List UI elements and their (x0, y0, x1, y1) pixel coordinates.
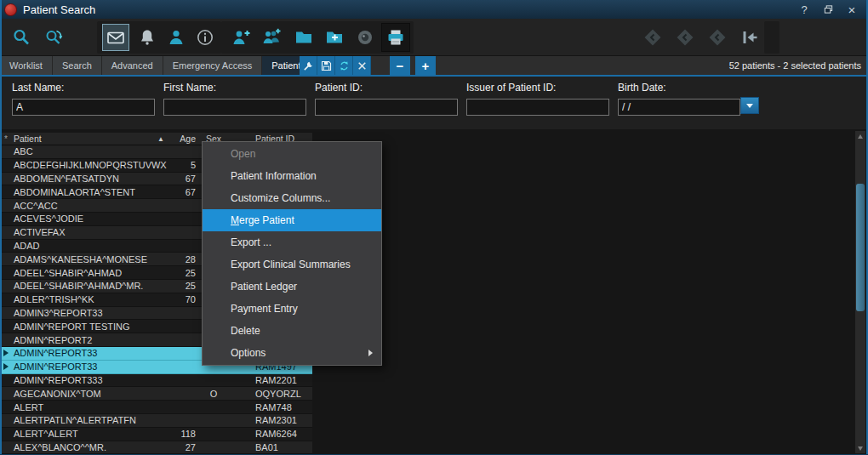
field-label-birth-date: Birth Date: (618, 82, 740, 94)
plus-icon: + (422, 60, 430, 72)
info-button[interactable] (191, 23, 220, 52)
nav-diamond-2-button[interactable] (671, 23, 700, 52)
first-name-input[interactable] (163, 99, 306, 116)
patient-name: ABCDEFGHIJKLMNOPQRSTUVWXYZ12345... (12, 160, 167, 170)
context-menu-item-options[interactable]: Options (203, 342, 381, 364)
bell-icon (137, 27, 157, 48)
field-label-patient-id: Patient ID: (315, 82, 458, 94)
clear-button[interactable] (353, 56, 371, 75)
context-menu-item-customize-columns[interactable]: Customize Columns... (203, 187, 381, 209)
restore-icon (823, 4, 834, 14)
nav-diamond-icon (642, 27, 663, 48)
birth-date-input[interactable] (618, 99, 740, 116)
bell-button[interactable] (133, 23, 162, 52)
mail-button[interactable] (102, 24, 129, 51)
close-button[interactable]: × (844, 3, 859, 16)
scroll-up-button[interactable] (855, 131, 865, 141)
table-row[interactable]: ADMIN^REPORT333RAM2201 (0, 374, 312, 388)
help-icon: ? (801, 3, 807, 16)
tab-search[interactable]: Search (53, 56, 102, 75)
birth-date-dropdown-button[interactable] (740, 97, 759, 114)
tab-advanced[interactable]: Advanced (102, 56, 163, 75)
search-button[interactable] (7, 23, 36, 52)
issuer-of-patient-id-input[interactable] (466, 99, 609, 116)
person-button[interactable] (162, 23, 191, 52)
table-row[interactable]: ALEX^BLANCO^^MR.27BA01 (0, 441, 312, 455)
context-menu-item-export[interactable]: Export ... (203, 231, 381, 253)
plus-button[interactable]: + (415, 56, 436, 75)
patient-name: ADMIN^REPORT TESTING (12, 321, 167, 332)
help-button[interactable]: ? (797, 3, 812, 16)
nav-diamond-3-button[interactable] (703, 23, 732, 52)
last-name-input[interactable] (12, 99, 155, 116)
folder-icon (294, 27, 314, 48)
scroll-up-icon (858, 134, 863, 139)
search-field-first-name: First Name: (163, 82, 306, 116)
merge-patients-button[interactable] (257, 23, 286, 52)
table-row[interactable]: ALERTRAM748 (0, 401, 312, 414)
folder-button[interactable] (289, 23, 318, 52)
column-header-age[interactable]: Age (167, 134, 197, 144)
submenu-arrow-icon (368, 350, 373, 356)
wrench-icon (302, 60, 315, 72)
context-menu-item-payment-entry[interactable]: Payment Entry (203, 298, 381, 320)
patient-id: RAM2301 (230, 415, 297, 425)
window-title: Patient Search (23, 3, 95, 16)
dock-icon (740, 27, 760, 48)
context-menu-item-patient-information[interactable]: Patient Information (203, 165, 381, 187)
sync-button[interactable] (335, 56, 353, 75)
mini-toolbar: − + (300, 56, 436, 75)
scroll-down-button[interactable] (855, 443, 865, 453)
table-row[interactable]: ALERT^ALERT118RAM6264 (0, 428, 312, 441)
print-button[interactable] (381, 23, 410, 52)
search-icon (11, 27, 31, 48)
patient-name: ABDOMEN^FATSATDYN (12, 173, 167, 184)
camera-icon (355, 27, 375, 48)
search-refresh-button[interactable] (39, 23, 68, 52)
patient-name: ADEEL^SHABIR^AHMAD^MR. (12, 281, 167, 291)
context-menu-item-patient-ledger[interactable]: Patient Ledger (203, 276, 381, 298)
column-options-icon[interactable]: * (0, 134, 12, 144)
info-icon (195, 27, 215, 48)
scrollbar-thumb[interactable] (856, 184, 865, 311)
patient-age: 67 (167, 187, 197, 197)
patient-name: ADMIN^REPORT33 (12, 361, 167, 372)
save-icon (320, 60, 333, 72)
patient-name: ADLER^TRISH^KK (12, 294, 167, 304)
main-toolbar (0, 19, 868, 56)
patient-count-status: 52 patients - 2 selected patients (729, 60, 861, 71)
nav-diamond-1-button[interactable] (638, 23, 667, 52)
selected-row-icon (3, 350, 9, 356)
search-field-patient-id: Patient ID: (315, 82, 458, 116)
title-bar-buttons: ? × (797, 3, 859, 16)
patient-id: RAM6264 (230, 429, 297, 439)
patient-name: ADAMS^KANEESHA^MONESE (12, 254, 167, 264)
save-button[interactable] (317, 56, 335, 75)
restore-button[interactable] (820, 3, 836, 16)
tab-emergency-access[interactable]: Emergency Access (163, 56, 263, 75)
window-border-left (0, 0, 2, 455)
patient-age: 118 (167, 429, 197, 439)
table-row[interactable]: ALERTPATLN^ALERTPATFNRAM2301 (0, 414, 312, 428)
camera-button[interactable] (351, 23, 380, 52)
add-patient-button[interactable] (226, 23, 255, 52)
tab-worklist[interactable]: Worklist (0, 56, 53, 75)
context-menu-item-merge-patient[interactable]: Merge Patient (203, 209, 381, 231)
dock-button[interactable] (735, 23, 764, 52)
print-icon (385, 27, 406, 48)
column-header-patient[interactable]: Patient ▲ (12, 134, 167, 144)
field-label-last-name: Last Name: (12, 82, 155, 94)
patient-id: RAM2201 (230, 375, 297, 385)
vertical-scrollbar[interactable] (855, 131, 865, 453)
patient-id-input[interactable] (315, 99, 458, 116)
context-menu-item-delete[interactable]: Delete (203, 320, 381, 342)
table-row[interactable]: AGECANONIX^TOMOOQYORZL (0, 387, 312, 401)
context-menu-item-open: Open (203, 143, 381, 165)
new-folder-button[interactable] (320, 23, 349, 52)
context-menu-item-export-clinical-summaries[interactable]: Export Clinical Summaries (203, 253, 381, 276)
wrench-button[interactable] (300, 56, 317, 75)
nav-diamond-icon (707, 27, 728, 48)
patient-id: OQYORZL (230, 389, 301, 399)
patient-name: ADMIN^REPORT333 (12, 375, 167, 385)
minus-button[interactable]: − (390, 56, 410, 75)
